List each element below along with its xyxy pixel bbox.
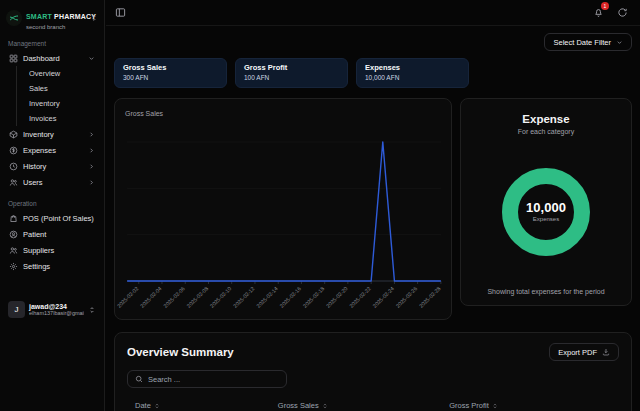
stat-cards: Gross Sales 300 AFN Gross Profit 100 AFN… bbox=[114, 58, 632, 88]
chevron-right-icon bbox=[88, 131, 95, 138]
search-box bbox=[127, 370, 287, 388]
svg-text:2025-02-16: 2025-02-16 bbox=[278, 285, 302, 308]
stat-value: 10,000 AFN bbox=[365, 74, 460, 81]
sort-icon bbox=[154, 403, 160, 409]
section-label-operation: Operation bbox=[8, 200, 96, 207]
clock-icon bbox=[9, 162, 18, 171]
refresh-icon[interactable] bbox=[617, 7, 628, 18]
sidebar-item-suppliers[interactable]: Suppliers bbox=[6, 242, 98, 258]
app-logo-icon bbox=[6, 10, 22, 26]
gross-sales-chart: Gross Sales 2025-02-022025-02-042025-02-… bbox=[114, 98, 452, 320]
svg-text:2025-02-12: 2025-02-12 bbox=[232, 285, 256, 308]
gear-icon bbox=[9, 262, 18, 271]
svg-text:2025-02-14: 2025-02-14 bbox=[255, 285, 279, 308]
svg-text:2025-02-24: 2025-02-24 bbox=[371, 285, 395, 308]
svg-text:2025-02-04: 2025-02-04 bbox=[139, 285, 163, 308]
line-chart: 2025-02-022025-02-042025-02-062025-02-08… bbox=[115, 99, 451, 319]
expense-donut: 10,000 Expenses bbox=[502, 168, 590, 256]
svg-text:2025-02-22: 2025-02-22 bbox=[348, 285, 372, 308]
notification-badge: 1 bbox=[601, 2, 609, 10]
sort-icon bbox=[492, 403, 498, 409]
chevrons-up-down-icon bbox=[88, 306, 96, 314]
suppliers-icon bbox=[9, 246, 18, 255]
chevron-down-icon bbox=[88, 55, 95, 62]
user-menu[interactable]: J jawad@234 elham137lbasir@gmail.com bbox=[6, 299, 98, 320]
overview-summary-card: Overview Summary Export PDF Date bbox=[114, 332, 632, 411]
chevrons-up-down-icon bbox=[90, 14, 98, 22]
chevron-right-icon bbox=[88, 163, 95, 170]
bell-icon[interactable]: 1 bbox=[593, 7, 604, 18]
user-name: jawad@234 bbox=[29, 303, 84, 310]
chevron-down-icon bbox=[616, 39, 623, 46]
topbar: 1 bbox=[106, 0, 640, 26]
summary-title: Overview Summary bbox=[127, 346, 234, 358]
svg-text:2025-02-26: 2025-02-26 bbox=[395, 285, 419, 308]
dashboard-content: Select Date Filter Gross Sales 300 AFN G… bbox=[106, 26, 640, 411]
user-email: elham137lbasir@gmail.com bbox=[29, 310, 84, 316]
sidebar-item-expenses[interactable]: Expenses bbox=[6, 142, 98, 158]
expense-title: Expense bbox=[522, 113, 569, 125]
svg-text:2025-02-28: 2025-02-28 bbox=[418, 285, 442, 308]
svg-text:2025-02-10: 2025-02-10 bbox=[209, 285, 233, 308]
expense-donut-card: Expense For each category 10,000 Expense… bbox=[460, 98, 632, 306]
sidebar-item-inventory-sub[interactable]: Inventory bbox=[26, 96, 98, 111]
svg-text:2025-02-08: 2025-02-08 bbox=[186, 285, 210, 308]
export-pdf-button[interactable]: Export PDF bbox=[549, 343, 619, 361]
column-header-gross-profit[interactable]: Gross Profit bbox=[449, 401, 611, 410]
sidebar-item-history[interactable]: History bbox=[6, 158, 98, 174]
main-area: 1 Select Date Filter Gross Sales 300 AFN… bbox=[106, 0, 640, 411]
brand: SMART PHARMACY second branch bbox=[26, 5, 86, 30]
stat-card-gross-profit: Gross Profit 100 AFN bbox=[235, 58, 348, 88]
expense-total: 10,000 bbox=[526, 201, 566, 214]
stat-card-expenses: Expenses 10,000 AFN bbox=[356, 58, 469, 88]
sidebar-item-overview[interactable]: Overview bbox=[26, 66, 98, 81]
sidebar: SMART PHARMACY second branch Management … bbox=[0, 0, 105, 411]
workspace-switcher[interactable]: SMART PHARMACY second branch bbox=[6, 5, 98, 30]
avatar: J bbox=[8, 301, 25, 318]
download-icon bbox=[602, 348, 610, 356]
sidebar-item-pos[interactable]: POS (Point Of Sales) bbox=[6, 210, 98, 226]
section-label-management: Management bbox=[8, 40, 96, 47]
stat-value: 300 AFN bbox=[123, 74, 218, 81]
sort-icon bbox=[322, 403, 328, 409]
shopping-bag-icon bbox=[9, 214, 18, 223]
branch-name: second branch bbox=[26, 24, 86, 30]
user-circle-icon bbox=[9, 230, 18, 239]
sidebar-item-patient[interactable]: Patient bbox=[6, 226, 98, 242]
stat-value: 100 AFN bbox=[244, 74, 339, 81]
stat-card-gross-sales: Gross Sales 300 AFN bbox=[114, 58, 227, 88]
dashboard-submenu: Overview Sales Inventory Invoices bbox=[16, 66, 98, 126]
sidebar-item-settings[interactable]: Settings bbox=[6, 258, 98, 274]
search-icon bbox=[135, 375, 143, 383]
column-header-gross-sales[interactable]: Gross Sales bbox=[278, 401, 449, 410]
column-header-date[interactable]: Date bbox=[135, 401, 278, 410]
table-header: Date Gross Sales Gross Profit bbox=[127, 401, 619, 410]
expense-total-label: Expenses bbox=[533, 216, 559, 222]
dashboard-icon bbox=[9, 54, 18, 63]
sidebar-item-dashboard[interactable]: Dashboard bbox=[6, 50, 98, 66]
svg-text:2025-02-18: 2025-02-18 bbox=[302, 285, 326, 308]
svg-text:2025-02-20: 2025-02-20 bbox=[325, 285, 349, 308]
chevron-right-icon bbox=[88, 179, 95, 186]
sidebar-item-invoices[interactable]: Invoices bbox=[26, 111, 98, 126]
sidebar-item-inventory[interactable]: Inventory bbox=[6, 126, 98, 142]
sidebar-item-users[interactable]: Users bbox=[6, 174, 98, 190]
svg-text:2025-02-06: 2025-02-06 bbox=[162, 285, 186, 308]
users-icon bbox=[9, 178, 18, 187]
package-icon bbox=[9, 130, 18, 139]
dollar-circle-icon bbox=[9, 146, 18, 155]
expense-subtitle: For each category bbox=[518, 128, 574, 135]
svg-text:2025-02-02: 2025-02-02 bbox=[116, 285, 140, 308]
chevron-right-icon bbox=[88, 147, 95, 154]
sidebar-item-sales[interactable]: Sales bbox=[26, 81, 98, 96]
expense-footer: Showing total expenses for the period bbox=[487, 288, 604, 295]
date-filter-button[interactable]: Select Date Filter bbox=[544, 33, 632, 51]
search-input[interactable] bbox=[148, 375, 279, 384]
sidebar-toggle-icon[interactable] bbox=[115, 7, 126, 18]
brand-primary: SMART bbox=[26, 13, 52, 20]
